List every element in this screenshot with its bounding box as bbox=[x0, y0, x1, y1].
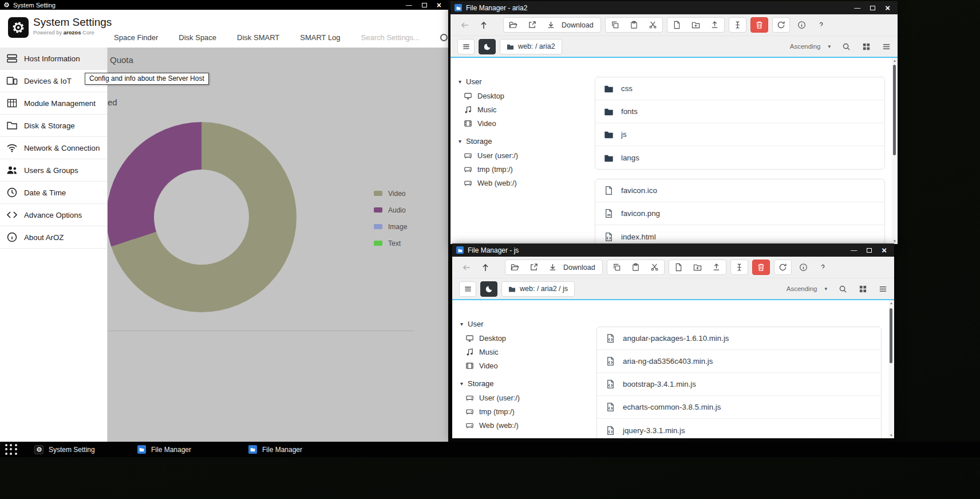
scroll-down-arrow[interactable]: ▼ bbox=[888, 433, 894, 438]
sidebar-item-date-time[interactable]: Date & Time bbox=[0, 182, 107, 204]
file-row[interactable]: favicon.ico bbox=[595, 179, 884, 202]
copy-button[interactable] bbox=[607, 260, 626, 274]
cut-button[interactable] bbox=[643, 18, 662, 32]
menu-button[interactable] bbox=[457, 39, 475, 54]
back-button[interactable] bbox=[457, 18, 472, 33]
upload-button[interactable] bbox=[707, 260, 726, 274]
minimize-button[interactable]: — bbox=[406, 2, 412, 8]
tree-item-video[interactable]: Video bbox=[464, 116, 589, 130]
tree-group-header[interactable]: ▾ User bbox=[460, 317, 591, 330]
open-in-new-tab-button[interactable] bbox=[524, 260, 543, 274]
download-label[interactable]: Download bbox=[560, 21, 600, 29]
folder-row[interactable]: langs bbox=[595, 146, 884, 169]
taskbar-item-system-setting[interactable]: System Setting bbox=[34, 442, 95, 457]
close-button[interactable]: × bbox=[882, 246, 887, 254]
folder-row[interactable]: js bbox=[595, 123, 884, 146]
properties-button[interactable] bbox=[796, 260, 811, 274]
scroll-up-arrow[interactable]: ▲ bbox=[888, 300, 894, 306]
file-row[interactable]: angular-packages-1.6.10.min.js bbox=[597, 327, 881, 350]
download-label[interactable]: Download bbox=[562, 264, 602, 272]
sidebar-item-about-aroz[interactable]: About ArOZ bbox=[0, 226, 107, 249]
grid-view-button[interactable] bbox=[859, 285, 867, 293]
up-button[interactable] bbox=[478, 260, 493, 275]
new-file-button[interactable] bbox=[669, 260, 688, 274]
list-view-button[interactable] bbox=[882, 42, 891, 51]
folder-row[interactable]: fonts bbox=[595, 100, 884, 123]
help-button[interactable] bbox=[815, 260, 831, 274]
sidebar-item-advance-options[interactable]: Advance Options bbox=[0, 204, 107, 226]
minimize-button[interactable]: — bbox=[851, 247, 857, 253]
taskbar-item-file-manager-2[interactable]: File Manager bbox=[248, 442, 302, 457]
file-row[interactable]: aria-ng-da5356c403.min.js bbox=[597, 350, 881, 373]
taskbar-item-file-manager-1[interactable]: File Manager bbox=[137, 442, 191, 457]
search-button[interactable] bbox=[839, 285, 847, 293]
sort-dropdown[interactable]: Ascending ▾ bbox=[787, 285, 827, 292]
delete-button[interactable] bbox=[750, 17, 768, 33]
tab-space-finder[interactable]: Space Finder bbox=[114, 33, 158, 42]
paste-button[interactable] bbox=[625, 18, 643, 32]
system-settings-titlebar[interactable]: System Setting — × bbox=[0, 0, 448, 10]
tree-item-desktop[interactable]: Desktop bbox=[465, 331, 591, 345]
open-button[interactable] bbox=[504, 18, 523, 32]
close-button[interactable]: × bbox=[885, 3, 890, 12]
tree-group-header[interactable]: ▾ User bbox=[459, 75, 589, 88]
vertical-scrollbar[interactable]: ▲ ▼ bbox=[892, 58, 898, 244]
tab-disk-smart[interactable]: Disk SMART bbox=[237, 33, 279, 42]
download-button[interactable] bbox=[542, 18, 560, 32]
new-file-button[interactable] bbox=[667, 18, 686, 32]
file-row[interactable]: favicon.png bbox=[595, 202, 884, 225]
tab-smart-log[interactable]: SMART Log bbox=[300, 33, 340, 42]
tree-item-desktop[interactable]: Desktop bbox=[464, 89, 589, 103]
sort-dropdown[interactable]: Ascending ▾ bbox=[790, 43, 831, 50]
tree-item-tmp-drive[interactable]: tmp (tmp:/) bbox=[465, 404, 591, 418]
grid-view-button[interactable] bbox=[862, 42, 871, 51]
upload-button[interactable] bbox=[705, 18, 724, 32]
new-folder-button[interactable] bbox=[686, 18, 705, 32]
properties-button[interactable] bbox=[794, 18, 809, 32]
sidebar-item-network-connection[interactable]: Network & Connection bbox=[0, 137, 107, 159]
rename-button[interactable] bbox=[730, 260, 748, 275]
file-row[interactable]: jquery-3.3.1.min.js bbox=[597, 419, 881, 438]
sidebar-item-module-management[interactable]: Module Management bbox=[0, 92, 107, 115]
tree-item-music[interactable]: Music bbox=[465, 345, 591, 359]
tree-item-web-drive[interactable]: Web (web:/) bbox=[465, 418, 591, 432]
menu-button[interactable] bbox=[459, 281, 476, 297]
paste-button[interactable] bbox=[626, 260, 645, 274]
tree-item-music[interactable]: Music bbox=[464, 103, 589, 116]
copy-button[interactable] bbox=[606, 18, 625, 32]
up-button[interactable] bbox=[476, 18, 491, 33]
help-button[interactable] bbox=[813, 18, 829, 32]
list-view-button[interactable] bbox=[879, 285, 887, 293]
tree-group-header[interactable]: ▾ Storage bbox=[459, 135, 589, 147]
search-button[interactable] bbox=[842, 42, 851, 51]
open-in-new-tab-button[interactable] bbox=[523, 18, 542, 32]
vertical-scrollbar[interactable]: ▲ ▼ bbox=[888, 300, 894, 438]
tree-item-video[interactable]: Video bbox=[465, 359, 591, 372]
theme-toggle-button[interactable] bbox=[480, 281, 497, 297]
breadcrumb[interactable]: web: / aria2 bbox=[500, 39, 562, 54]
refresh-button[interactable] bbox=[772, 17, 790, 33]
minimize-button[interactable]: — bbox=[854, 5, 860, 11]
back-button[interactable] bbox=[459, 260, 474, 275]
tree-item-web-drive[interactable]: Web (web:/) bbox=[464, 176, 589, 190]
scroll-up-arrow[interactable]: ▲ bbox=[892, 58, 898, 64]
cut-button[interactable] bbox=[645, 260, 664, 274]
refresh-button[interactable] bbox=[774, 260, 792, 275]
file-row[interactable]: index.html bbox=[595, 225, 884, 244]
file-row[interactable]: echarts-common-3.8.5.min.js bbox=[597, 396, 881, 419]
app-launcher-button[interactable] bbox=[5, 443, 18, 455]
folder-row[interactable]: css bbox=[595, 77, 884, 100]
delete-button[interactable] bbox=[752, 260, 770, 275]
scrollbar-thumb[interactable] bbox=[890, 308, 892, 363]
new-folder-button[interactable] bbox=[688, 260, 707, 274]
tree-group-header[interactable]: ▾ Storage bbox=[460, 377, 591, 390]
rename-button[interactable] bbox=[729, 17, 746, 33]
close-button[interactable]: × bbox=[437, 1, 441, 9]
sidebar-item-disk-storage[interactable]: Disk & Storage bbox=[0, 115, 107, 137]
scrollbar-thumb[interactable] bbox=[893, 65, 896, 155]
maximize-button[interactable] bbox=[422, 3, 427, 7]
sidebar-item-users-groups[interactable]: Users & Groups bbox=[0, 159, 107, 182]
file-row[interactable]: bootstrap-3.4.1.min.js bbox=[597, 373, 881, 396]
tab-disk-space[interactable]: Disk Space bbox=[179, 33, 216, 42]
maximize-button[interactable] bbox=[870, 6, 875, 10]
